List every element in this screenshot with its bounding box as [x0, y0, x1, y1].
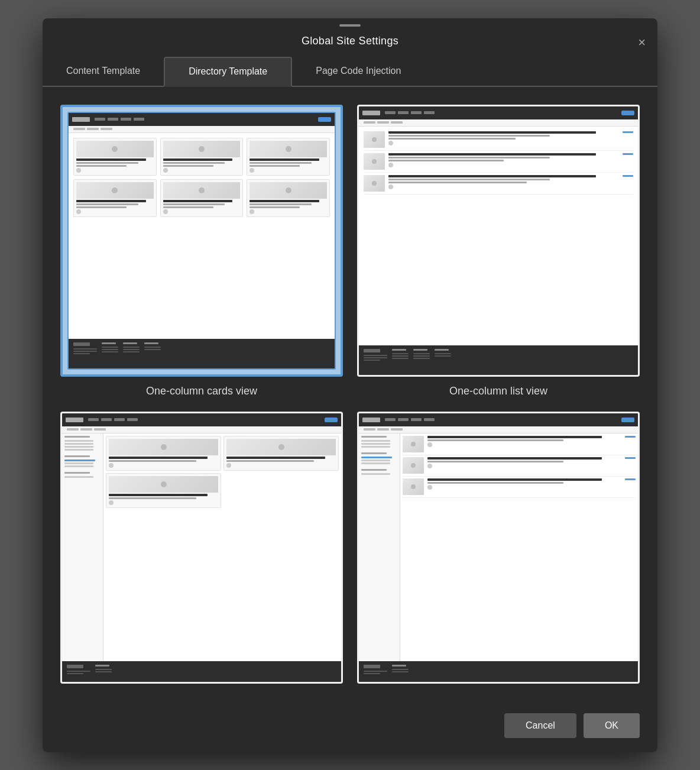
templates-grid: One-column cards view [60, 105, 640, 692]
template-card-cards[interactable]: One-column cards view [60, 105, 343, 397]
template-card-sidebar-cards[interactable] [60, 412, 343, 692]
template-label-list: One-column list view [449, 385, 547, 397]
template-preview-sidebar-cards[interactable] [60, 412, 343, 684]
modal-header: Global Site Settings × [43, 29, 657, 57]
template-preview-cards[interactable] [60, 105, 343, 377]
template-card-list[interactable]: One-column list view [357, 105, 640, 397]
template-card-sidebar-list[interactable] [357, 412, 640, 692]
drag-handle[interactable] [43, 18, 657, 29]
template-preview-sidebar-list[interactable] [357, 412, 640, 684]
template-preview-list[interactable] [357, 105, 640, 377]
tab-content-template[interactable]: Content Template [43, 57, 164, 87]
tab-page-code-injection[interactable]: Page Code Injection [292, 57, 424, 87]
modal-body: One-column cards view [43, 87, 657, 704]
template-label-cards: One-column cards view [146, 385, 257, 397]
tab-directory-template[interactable]: Directory Template [164, 57, 292, 87]
modal-title: Global Site Settings [302, 35, 398, 47]
tabs-bar: Content Template Directory Template Page… [43, 57, 657, 87]
modal-footer: Cancel OK [43, 704, 657, 752]
modal-dialog: Global Site Settings × Content Template … [43, 18, 657, 752]
ok-button[interactable]: OK [584, 713, 640, 738]
cancel-button[interactable]: Cancel [504, 713, 576, 738]
close-button[interactable]: × [638, 36, 646, 49]
